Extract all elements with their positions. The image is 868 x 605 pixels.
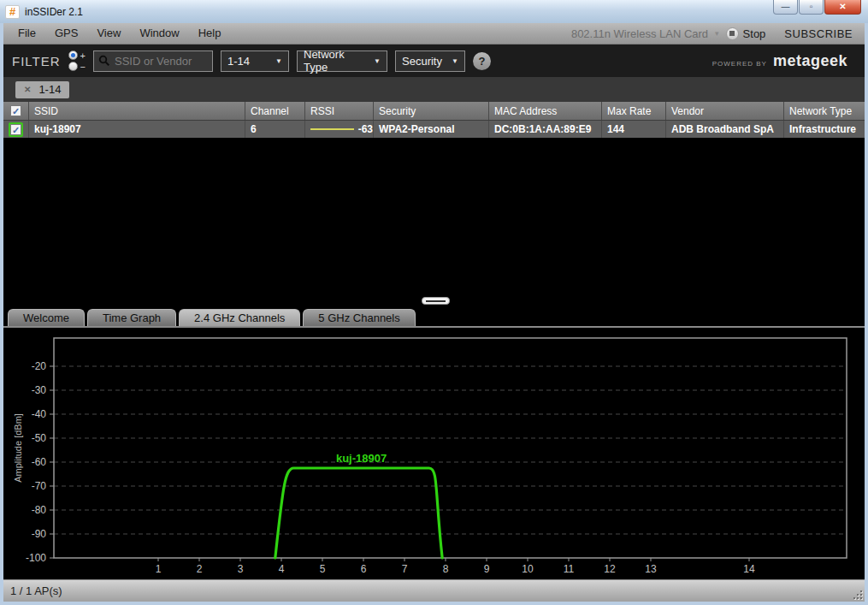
maximize-button[interactable]: ▫: [799, 0, 824, 15]
column-header-network-type[interactable]: Network Type: [784, 102, 865, 120]
svg-text:1: 1: [156, 563, 162, 575]
chevron-down-icon: ▼: [275, 57, 282, 65]
menu-help[interactable]: Help: [189, 23, 231, 44]
svg-text:5: 5: [320, 563, 326, 575]
row-checkbox[interactable]: ✓: [3, 121, 29, 138]
minimize-button[interactable]: —: [773, 0, 798, 15]
cell-rssi: -63: [305, 121, 374, 138]
close-icon[interactable]: ✕: [24, 85, 31, 94]
column-header-vendor[interactable]: Vendor: [666, 102, 784, 120]
svg-text:14: 14: [743, 563, 755, 575]
help-button[interactable]: ?: [473, 52, 491, 70]
channels-chart: -20-30-40-50-60-70-80-90-100123456789101…: [3, 328, 865, 579]
status-bar: 1 / 1 AP(s): [3, 579, 865, 602]
search-box[interactable]: [93, 50, 213, 72]
svg-text:12: 12: [604, 563, 616, 575]
menu-gps[interactable]: GPS: [45, 23, 87, 44]
stop-button[interactable]: Stop: [726, 27, 766, 40]
menubar-right: 802.11n Wireless LAN Card ▾ Stop SUBSCRI…: [571, 27, 859, 40]
svg-text:8: 8: [443, 563, 449, 575]
filter-mode-radios: + −: [68, 50, 86, 71]
svg-text:-70: -70: [32, 480, 47, 492]
menu-bar: File GPS View Window Help 802.11n Wirele…: [3, 23, 865, 44]
cell-ssid: kuj-18907: [29, 121, 245, 138]
svg-text:-100: -100: [26, 552, 46, 564]
cell-mac-address: DC:0B:1A:AA:89:E9: [489, 121, 602, 138]
powered-by: POWERED BY metageek: [712, 52, 856, 70]
security-filter-dropdown[interactable]: Security ▼: [395, 50, 465, 72]
table-row[interactable]: ✓ kuj-18907 6 -63 WPA2-Personal DC:0B:1A…: [3, 121, 865, 139]
title-bar: # inSSIDer 2.1 — ▫ ✕: [0, 0, 868, 23]
svg-text:-30: -30: [32, 384, 47, 396]
metageek-logo: metageek: [773, 52, 847, 70]
cell-channel: 6: [245, 121, 305, 138]
svg-text:6: 6: [361, 563, 367, 575]
filter-include-radio[interactable]: [68, 50, 78, 60]
svg-text:11: 11: [564, 563, 575, 575]
close-button[interactable]: ✕: [824, 0, 861, 15]
filter-bar: FILTER + − 1-14 ▼ Network Type ▼: [3, 44, 865, 77]
column-header-ssid[interactable]: SSID: [29, 102, 245, 120]
menu-file[interactable]: File: [9, 23, 45, 44]
cell-network-type: Infrastructure: [784, 121, 865, 138]
channel-filter-dropdown[interactable]: 1-14 ▼: [221, 50, 289, 72]
ap-count: 1 / 1 AP(s): [10, 584, 62, 597]
column-header-security[interactable]: Security: [374, 102, 489, 120]
chevron-down-icon: ▾: [715, 29, 719, 38]
filter-exclude-radio[interactable]: [68, 62, 78, 71]
cell-max-rate: 144: [602, 121, 666, 138]
tab-24ghz-channels[interactable]: 2.4 GHz Channels: [179, 309, 300, 326]
tab-time-graph[interactable]: Time Graph: [87, 309, 176, 326]
tab-welcome[interactable]: Welcome: [8, 309, 85, 326]
svg-text:-40: -40: [32, 408, 47, 420]
app-icon: #: [5, 5, 20, 19]
resize-grip-icon[interactable]: [852, 589, 863, 600]
table-empty-area: [3, 139, 865, 308]
svg-text:13: 13: [645, 563, 657, 575]
svg-text:-50: -50: [32, 432, 47, 444]
channels-chart-canvas: -20-30-40-50-60-70-80-90-100123456789101…: [3, 328, 865, 579]
network-table-header: ✓ SSID Channel RSSI Security MAC Address…: [3, 102, 865, 121]
search-input[interactable]: [115, 55, 204, 68]
svg-text:Amplitude [dBm]: Amplitude [dBm]: [13, 413, 23, 483]
menu-window[interactable]: Window: [130, 23, 188, 44]
column-header-rssi[interactable]: RSSI: [305, 102, 374, 120]
app-window: # inSSIDer 2.1 — ▫ ✕ File GPS View Windo…: [0, 0, 868, 605]
menu-view[interactable]: View: [87, 23, 130, 44]
svg-text:3: 3: [238, 563, 244, 575]
search-icon: [98, 55, 110, 67]
plus-icon: +: [80, 51, 86, 60]
filter-label: FILTER: [12, 54, 61, 68]
minus-icon: −: [80, 62, 86, 71]
rssi-sparkline: [310, 128, 354, 130]
chevron-down-icon: ▼: [374, 57, 381, 65]
network-type-filter-dropdown[interactable]: Network Type ▼: [297, 50, 387, 72]
active-filters-row: ✕ 1-14: [3, 77, 865, 102]
svg-text:kuj-18907: kuj-18907: [336, 452, 387, 465]
subscribe-link[interactable]: SUBSCRIBE: [784, 27, 853, 40]
column-header-max-rate[interactable]: Max Rate: [602, 102, 666, 120]
svg-text:2: 2: [197, 563, 203, 575]
column-header-channel[interactable]: Channel: [245, 102, 305, 120]
select-all-checkbox[interactable]: ✓: [3, 102, 29, 120]
adapter-selector[interactable]: 802.11n Wireless LAN Card: [571, 27, 708, 40]
svg-text:7: 7: [402, 563, 408, 575]
svg-text:4: 4: [279, 563, 285, 575]
svg-text:-90: -90: [32, 528, 47, 540]
svg-text:-80: -80: [32, 504, 47, 516]
powered-by-label: POWERED BY: [712, 60, 767, 68]
tab-5ghz-channels[interactable]: 5 GHz Channels: [303, 309, 415, 326]
filter-tag[interactable]: ✕ 1-14: [15, 81, 69, 98]
splitter-handle[interactable]: [422, 297, 450, 305]
window-controls: — ▫ ✕: [773, 0, 861, 15]
svg-text:9: 9: [484, 563, 490, 575]
svg-text:10: 10: [522, 563, 534, 575]
stop-icon: [726, 27, 739, 40]
window-title: inSSIDer 2.1: [25, 6, 83, 18]
column-header-mac[interactable]: MAC Address: [489, 102, 602, 120]
cell-security: WPA2-Personal: [374, 121, 489, 138]
cell-vendor: ADB Broadband SpA: [666, 121, 784, 138]
chevron-down-icon: ▼: [452, 57, 458, 65]
tab-strip: Welcome Time Graph 2.4 GHz Channels 5 GH…: [3, 308, 865, 328]
svg-text:-60: -60: [32, 456, 47, 468]
